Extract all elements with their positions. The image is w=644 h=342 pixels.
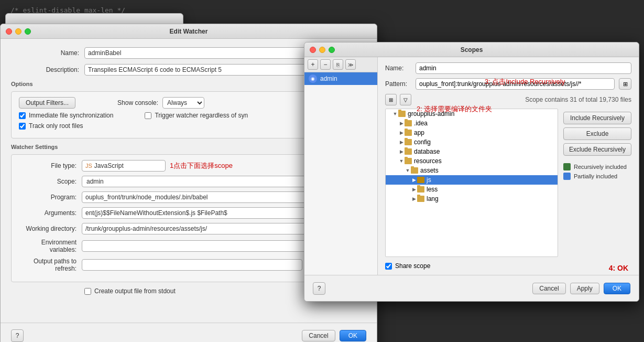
scopes-footer-buttons: Cancel Apply OK [532, 283, 630, 294]
scope-item-icon: ◉ [309, 74, 317, 83]
track-root-row: Track only root files [19, 122, 83, 130]
scopes-title: Scopes [461, 46, 483, 54]
tree-label-groupplus-admin: groupplus-admin [408, 110, 454, 117]
scopes-footer: ? Cancel Apply OK [304, 275, 639, 301]
name-label: Name: [11, 49, 84, 57]
exclude-button[interactable]: Exclude [563, 127, 631, 140]
file-type-label: File type: [19, 162, 82, 169]
program-label: Program: [19, 194, 82, 201]
description-label: Description: [11, 66, 84, 73]
tree-label-app: app [414, 129, 424, 136]
more-scope-button[interactable]: ≫ [345, 59, 356, 70]
scope-list-item-admin[interactable]: ◉ admin [304, 72, 377, 85]
arguments-label: Arguments: [19, 209, 82, 217]
folder-icon-app [405, 130, 412, 136]
tree-label-lang: lang [427, 195, 439, 202]
output-paths-input[interactable] [82, 259, 302, 271]
tree-item-groupplus-admin[interactable]: ▼ groupplus-admin [386, 109, 558, 119]
scopes-pattern-label: Pattern: [385, 80, 411, 88]
pattern-expand-button[interactable]: ⊞ [619, 78, 631, 90]
scopes-list-toolbar: + − ⎘ ≫ [304, 57, 377, 72]
add-scope-button[interactable]: + [308, 59, 318, 70]
tree-arrow-database: ▶ [398, 149, 405, 154]
scope-item-label: admin [320, 75, 337, 82]
folder-icon-resources [405, 158, 412, 164]
tree-arrow-assets: ▼ [405, 168, 411, 173]
include-recursively-button[interactable]: Include Recursively [563, 112, 631, 124]
tree-item-app[interactable]: ▶ app [386, 128, 558, 137]
immediate-sync-checkbox[interactable] [19, 112, 26, 119]
scope-info-bar: ⊞ ▽ Scope contains 31 of total 19,730 fi… [385, 94, 631, 105]
trigger-watcher-row: Trigger watcher regardless of syn [145, 112, 248, 119]
show-console-select[interactable]: Always Never On error [162, 97, 204, 109]
exclude-recursively-button[interactable]: Exclude Recursively [563, 143, 631, 156]
ok-button[interactable]: OK [340, 330, 366, 341]
scopes-dialog: Scopes + − ⎘ ≫ ◉ [304, 42, 639, 302]
legend-partially-label: Partially included [574, 173, 617, 179]
show-console-label: Show console: [117, 99, 158, 106]
track-root-checkbox[interactable] [19, 123, 26, 130]
edit-watcher-title: Edit Watcher [170, 28, 208, 35]
annotation1: 1点击下面选择scope [170, 161, 233, 170]
tree-label-assets: assets [420, 167, 439, 174]
tree-arrow-js: ▶ [411, 177, 417, 183]
immediate-sync-row: Immediate file synchronization [19, 112, 113, 119]
share-scope-row: Share scope [385, 262, 631, 270]
maximize-button[interactable] [25, 28, 31, 35]
tree-label-js: js [427, 176, 431, 184]
file-tree: ▼ groupplus-admin ▶ .idea ▶ [385, 109, 558, 257]
footer-buttons: Cancel OK [302, 330, 366, 341]
tree-item-js[interactable]: ▶ js [386, 175, 558, 185]
tree-arrow-groupplus-admin: ▼ [392, 111, 398, 116]
scopes-minimize-button[interactable] [319, 47, 325, 53]
scopes-cancel-button[interactable]: Cancel [532, 283, 565, 294]
create-output-checkbox[interactable] [84, 288, 91, 295]
folder-icon-assets [411, 167, 418, 174]
copy-scope-button[interactable]: ⎘ [333, 59, 343, 70]
tree-item-config[interactable]: ▶ config [386, 137, 558, 147]
legend-partially-item: Partially included [563, 173, 631, 180]
scope-view-icon[interactable]: ⊞ [385, 94, 397, 105]
share-scope-checkbox[interactable] [385, 263, 392, 270]
scopes-ok-button[interactable]: OK [604, 283, 630, 294]
output-paths-label: Output paths to refresh: [19, 258, 82, 272]
scopes-close-button[interactable] [310, 47, 316, 53]
scopes-titlebar: Scopes [304, 42, 639, 57]
scope-label: Scope: [19, 178, 82, 185]
tree-item-less[interactable]: ▶ less [386, 185, 558, 194]
output-filters-button[interactable]: Output Filters... [19, 97, 75, 109]
close-button[interactable] [6, 28, 12, 35]
share-scope-label: Share scope [395, 262, 430, 270]
scopes-help-button[interactable]: ? [313, 282, 325, 295]
tree-item-lang[interactable]: ▶ lang [386, 194, 558, 204]
tree-item-resources[interactable]: ▼ resources [386, 156, 558, 166]
minimize-button[interactable] [15, 28, 21, 35]
edit-watcher-titlebar: Edit Watcher [1, 24, 377, 39]
folder-icon-config [405, 139, 412, 145]
file-type-value: JavaScript [94, 162, 124, 169]
scopes-maximize-button[interactable] [329, 47, 335, 53]
scopes-name-label: Name: [385, 65, 411, 72]
scopes-apply-button[interactable]: Apply [570, 283, 599, 294]
folder-icon-groupplus-admin [398, 111, 406, 117]
scopes-pattern-input[interactable] [416, 78, 615, 90]
help-button[interactable]: ? [11, 329, 24, 342]
scope-file-count: Scope contains 31 of total 19,730 files [525, 96, 631, 103]
scopes-traffic-lights [310, 47, 335, 53]
scope-legend: Recursively included Partially included [563, 163, 631, 180]
trigger-watcher-checkbox[interactable] [145, 112, 151, 119]
folder-icon-js [417, 177, 424, 183]
scope-filter-icon[interactable]: ▽ [400, 94, 411, 105]
tree-item-database[interactable]: ▶ database [386, 147, 558, 156]
traffic-lights [6, 28, 31, 35]
tree-label-less: less [427, 186, 438, 193]
tree-arrow-idea: ▶ [398, 121, 405, 126]
tree-arrow-app: ▶ [398, 130, 405, 135]
remove-scope-button[interactable]: − [320, 59, 331, 70]
tree-item-assets[interactable]: ▼ assets [386, 166, 558, 175]
scopes-name-input[interactable] [416, 62, 631, 74]
cancel-button[interactable]: Cancel [302, 330, 335, 341]
tree-label-config: config [414, 138, 431, 146]
tree-item-idea[interactable]: ▶ .idea [386, 119, 558, 128]
track-root-label: Track only root files [29, 122, 83, 130]
